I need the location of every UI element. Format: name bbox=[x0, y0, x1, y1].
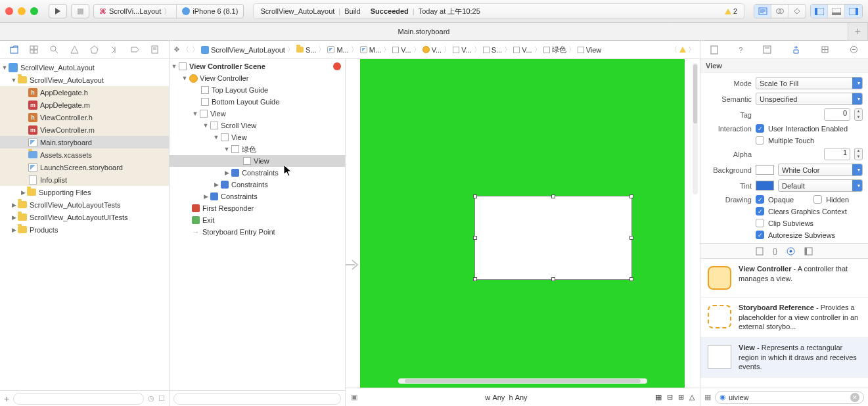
canvas-vscroll[interactable] bbox=[693, 63, 698, 194]
symbol-navigator-icon[interactable] bbox=[30, 45, 38, 54]
test-navigator-icon[interactable] bbox=[90, 45, 99, 54]
inspector-selector[interactable]: ? bbox=[700, 41, 868, 59]
connections-inspector-icon[interactable] bbox=[850, 45, 858, 54]
mode-select[interactable]: Scale To Fill▾ bbox=[756, 77, 863, 89]
navigator-filter-bar: + ◷ ☐ bbox=[0, 390, 169, 406]
add-file-button[interactable]: + bbox=[4, 394, 9, 404]
close-window-icon[interactable] bbox=[5, 7, 13, 15]
stack-icon[interactable]: ▦ bbox=[655, 393, 662, 401]
clears-checkbox[interactable]: ✓ bbox=[756, 207, 764, 215]
object-library-icon[interactable] bbox=[787, 247, 795, 256]
tint-select[interactable]: Default▾ bbox=[778, 179, 863, 192]
zoom-window-icon[interactable] bbox=[30, 7, 38, 15]
resize-handle[interactable] bbox=[473, 236, 477, 240]
nav-main-storyboard[interactable]: Main.storyboard bbox=[0, 136, 169, 148]
clip-checkbox[interactable] bbox=[756, 219, 764, 227]
tab-add-button[interactable]: + bbox=[848, 23, 868, 40]
editor-mode-segmented[interactable] bbox=[754, 4, 806, 18]
canvas-hscroll[interactable] bbox=[398, 378, 647, 384]
svg-rect-13 bbox=[11, 47, 18, 53]
lib-view-controller[interactable]: View Controller - A controller that mana… bbox=[700, 259, 868, 298]
tab-main-storyboard[interactable]: Main.storyboard bbox=[0, 23, 848, 40]
navigator-filter-input[interactable] bbox=[13, 393, 144, 405]
help-inspector-icon[interactable]: ? bbox=[739, 46, 742, 54]
lib-storyboard-reference[interactable]: Storyboard Reference - Provides a placeh… bbox=[700, 298, 868, 338]
report-navigator-icon[interactable] bbox=[150, 45, 159, 54]
file-inspector-icon[interactable] bbox=[710, 45, 718, 55]
warnings-badge[interactable]: 2 bbox=[725, 7, 737, 15]
outline-toggle-icon[interactable]: ▣ bbox=[351, 393, 357, 401]
scene-issue-icon[interactable] bbox=[333, 62, 341, 70]
run-button[interactable] bbox=[49, 4, 67, 18]
alpha-input[interactable]: 1 bbox=[824, 148, 850, 160]
opaque-checkbox[interactable]: ✓ bbox=[756, 195, 764, 204]
resize-handle[interactable] bbox=[629, 277, 633, 281]
align-icon[interactable]: ⊟ bbox=[667, 393, 673, 401]
svg-point-33 bbox=[790, 250, 792, 252]
jump-bar[interactable]: ❖ 〈 〉 ScrollView_AutoLayout〉 S...〉 M...〉… bbox=[170, 41, 700, 59]
pin-icon[interactable]: ⊞ bbox=[678, 393, 684, 401]
find-navigator-icon[interactable] bbox=[50, 45, 58, 54]
issue-navigator-icon[interactable] bbox=[70, 45, 79, 54]
resize-handle[interactable] bbox=[629, 236, 633, 240]
resolve-icon[interactable]: △ bbox=[689, 393, 695, 401]
canvas[interactable]: ▣ w Any h Any ▦ ⊟ ⊞ △ bbox=[346, 59, 700, 406]
tint-swatch[interactable] bbox=[756, 181, 774, 191]
resize-handle[interactable] bbox=[629, 194, 633, 198]
breakpoint-navigator-icon[interactable] bbox=[131, 45, 139, 54]
minimize-window-icon[interactable] bbox=[18, 7, 26, 15]
bg-select[interactable]: White Color▾ bbox=[778, 164, 863, 176]
identity-inspector-icon[interactable] bbox=[763, 45, 771, 54]
library-selector[interactable]: {} bbox=[700, 243, 868, 259]
svg-rect-10 bbox=[832, 12, 841, 15]
navigator-selector[interactable] bbox=[0, 41, 169, 59]
jump-warning-icon[interactable] bbox=[679, 47, 686, 53]
lib-view[interactable]: View - Represents a rectangular region i… bbox=[700, 338, 868, 378]
semantic-select[interactable]: Unspecified▾ bbox=[756, 93, 863, 105]
stop-button[interactable] bbox=[71, 4, 89, 18]
svg-rect-0 bbox=[78, 9, 83, 14]
outline-filter-input[interactable] bbox=[173, 393, 341, 405]
alpha-stepper[interactable]: ▲▼ bbox=[854, 148, 863, 160]
svg-rect-15 bbox=[34, 46, 37, 49]
attributes-inspector-icon[interactable] bbox=[792, 45, 800, 54]
size-inspector-icon[interactable] bbox=[821, 45, 829, 54]
navigator-panel: ▼ScrollView_AutoLayout ▼ScrollView_AutoL… bbox=[0, 41, 170, 406]
outline-selected-view[interactable]: View bbox=[170, 155, 345, 167]
standard-editor-icon bbox=[754, 5, 771, 18]
media-library-icon[interactable] bbox=[804, 247, 813, 256]
resize-handle[interactable] bbox=[473, 194, 477, 198]
tag-stepper[interactable]: ▲▼ bbox=[854, 108, 863, 121]
library-view-mode-icon[interactable]: ▦ bbox=[704, 393, 711, 401]
panel-toggle-segmented[interactable] bbox=[810, 4, 863, 18]
scm-filter-icon[interactable]: ☐ bbox=[158, 394, 165, 403]
bg-swatch[interactable] bbox=[756, 165, 774, 175]
project-navigator-icon[interactable] bbox=[10, 45, 18, 54]
project-tree[interactable]: ▼ScrollView_AutoLayout ▼ScrollView_AutoL… bbox=[0, 59, 169, 390]
recent-filter-icon[interactable]: ◷ bbox=[148, 394, 154, 403]
user-interaction-checkbox[interactable]: ✓ bbox=[756, 124, 764, 133]
code-snippet-icon[interactable]: {} bbox=[773, 247, 777, 255]
forward-button[interactable]: 〉 bbox=[191, 45, 200, 55]
green-view[interactable] bbox=[360, 59, 685, 388]
object-library[interactable]: View Controller - A controller that mana… bbox=[700, 259, 868, 388]
tag-input[interactable]: 0 bbox=[824, 108, 850, 121]
main-toolbar: ⌘ScrollVi...Layout〉 iPhone 6 (8.1) Scrol… bbox=[0, 0, 868, 23]
selected-white-view[interactable] bbox=[474, 196, 632, 280]
hidden-checkbox[interactable] bbox=[813, 195, 822, 204]
size-class-control[interactable]: w Any h Any bbox=[363, 394, 650, 401]
file-template-icon[interactable] bbox=[756, 247, 764, 256]
autoresize-checkbox[interactable]: ✓ bbox=[756, 231, 764, 239]
resize-handle[interactable] bbox=[551, 194, 555, 198]
clear-search-button[interactable]: ✕ bbox=[850, 393, 859, 402]
debug-navigator-icon[interactable] bbox=[110, 45, 119, 54]
resize-handle[interactable] bbox=[551, 277, 555, 281]
svg-rect-12 bbox=[856, 8, 858, 15]
resize-handle[interactable] bbox=[473, 277, 477, 281]
scheme-selector[interactable]: ⌘ScrollVi...Layout〉 iPhone 6 (8.1) bbox=[93, 4, 244, 18]
multiple-touch-checkbox[interactable] bbox=[756, 136, 764, 145]
library-search-input[interactable] bbox=[729, 394, 848, 401]
related-items-icon[interactable]: ❖ bbox=[173, 45, 180, 54]
scheme-device-label: iPhone 6 (8.1) bbox=[193, 7, 238, 15]
back-button[interactable]: 〈 bbox=[181, 45, 190, 55]
